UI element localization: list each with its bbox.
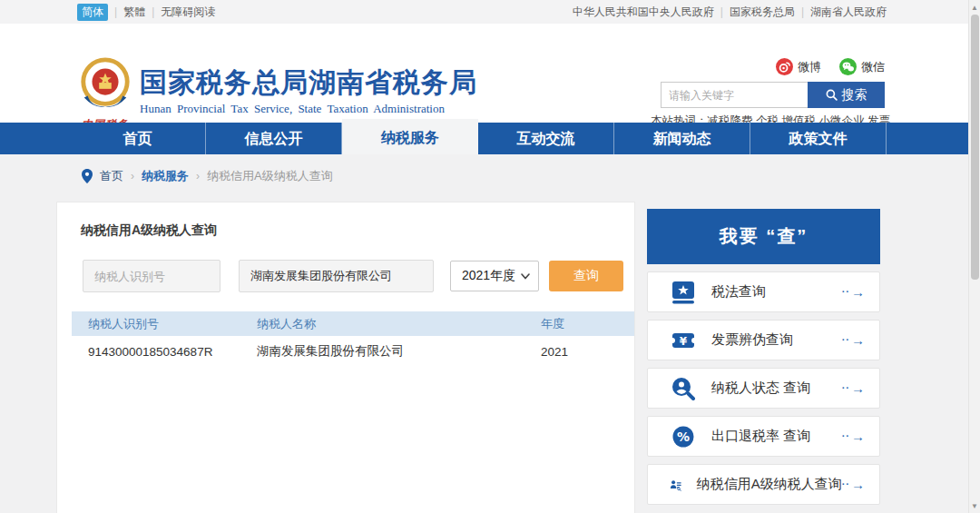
panel-title: 纳税信用A级纳税人查询 xyxy=(81,222,217,239)
scroll-down-arrow[interactable]: ▼ xyxy=(969,499,980,512)
sidebar-item-label: 税法查询 xyxy=(711,283,766,301)
sidebar-item-label: 纳税信用A级纳税人查询 xyxy=(697,476,842,493)
query-button[interactable]: 查询 xyxy=(549,261,623,291)
table-header-row: 纳税人识别号 纳税人名称 年度 xyxy=(72,311,634,336)
breadcrumb: 首页 › 纳税服务 › 纳税信用A级纳税人查询 xyxy=(82,168,333,184)
chevron-down-icon xyxy=(521,273,530,280)
divider: | xyxy=(801,5,804,18)
top-utility-bar: 简体 | 繁體 | 无障碍阅读 中华人民共和国中央人民政府 | 国家税务总局 |… xyxy=(0,0,980,24)
accessibility-link[interactable]: 无障碍阅读 xyxy=(161,5,215,20)
gov-link-hunan-government[interactable]: 湖南省人民政府 xyxy=(810,5,887,20)
main-navigation: 首页 信息公开 纳税服务 互动交流 新闻动态 政策文件 xyxy=(0,123,980,154)
sidebar-item-invoice-verify-query[interactable]: ¥ 发票辨伪查询 ··→ xyxy=(647,320,880,360)
breadcrumb-separator: › xyxy=(196,170,200,183)
credit-a-query-panel: 纳税信用A级纳税人查询 2021年度 查询 纳税人识别号 纳税人名称 年度 91… xyxy=(56,202,635,513)
export-rebate-percent-icon: % xyxy=(670,423,697,450)
gov-link-state-taxation[interactable]: 国家税务总局 xyxy=(730,5,795,20)
sidebar-item-credit-a-taxpayer-query[interactable]: 纳税信用A级纳税人查询 ··→ xyxy=(647,464,880,505)
divider: | xyxy=(152,5,154,18)
weibo-label: 微博 xyxy=(798,59,821,75)
nav-item-news[interactable]: 新闻动态 xyxy=(614,123,750,154)
header-taxpayer-id: 纳税人识别号 xyxy=(88,316,257,332)
search-icon xyxy=(826,89,838,101)
lang-traditional-button[interactable]: 繁體 xyxy=(123,5,145,20)
invoice-verify-icon: ¥ xyxy=(670,327,697,354)
site-header: 中国税务 国家税务总局湖南省税务局 Hunan Provincial Tax S… xyxy=(0,24,980,123)
site-subtitle: Hunan Provincial Tax Service, State Taxa… xyxy=(140,102,477,116)
arrow-right-icon: ··→ xyxy=(842,284,865,300)
taxpayer-name-input[interactable] xyxy=(239,260,434,292)
scroll-up-arrow[interactable]: ▲ xyxy=(969,1,980,14)
taxpayer-status-search-icon xyxy=(670,375,697,402)
nav-item-home[interactable]: 首页 xyxy=(70,123,206,154)
arrow-right-icon: ··→ xyxy=(842,477,865,492)
nav-item-information[interactable]: 信息公开 xyxy=(206,123,342,154)
year-select-value: 2021年度 xyxy=(462,268,515,284)
cell-taxpayer-name: 湖南发展集团股份有限公司 xyxy=(257,343,541,360)
sidebar-item-label: 纳税人状态 查询 xyxy=(711,380,810,397)
lang-simplified-button[interactable]: 简体 xyxy=(77,4,108,21)
site-search: 搜索 xyxy=(661,82,885,108)
breadcrumb-home[interactable]: 首页 xyxy=(100,168,123,184)
wechat-icon xyxy=(839,58,857,75)
location-pin-icon xyxy=(82,169,93,183)
search-input[interactable] xyxy=(661,82,808,108)
agency-logo: 中国税务 xyxy=(76,56,134,133)
divider: | xyxy=(720,5,723,18)
breadcrumb-tax-service[interactable]: 纳税服务 xyxy=(142,168,189,184)
tax-law-book-icon xyxy=(670,279,697,306)
divider: | xyxy=(114,5,117,18)
page-scrollbar[interactable]: ▲ ▼ xyxy=(968,0,980,513)
gov-link-central-government[interactable]: 中华人民共和国中央人民政府 xyxy=(573,5,714,20)
arrow-right-icon: ··→ xyxy=(842,429,865,444)
svg-text:¥: ¥ xyxy=(680,334,688,347)
page: 简体 | 繁體 | 无障碍阅读 中华人民共和国中央人民政府 | 国家税务总局 |… xyxy=(0,0,980,513)
header-taxpayer-name: 纳税人名称 xyxy=(257,316,541,332)
breadcrumb-current: 纳税信用A级纳税人查询 xyxy=(207,168,333,184)
i-want-to-query-sidebar: 我要 “查” 税法查询 ··→ ¥ 发票辨伪查询 ··→ xyxy=(647,209,880,505)
breadcrumb-separator: › xyxy=(131,170,134,183)
nav-item-policy[interactable]: 政策文件 xyxy=(750,123,887,154)
wechat-label: 微信 xyxy=(861,59,885,75)
sidebar-item-label: 发票辨伪查询 xyxy=(711,331,793,349)
weibo-link[interactable]: 微博 xyxy=(776,58,821,75)
search-button[interactable]: 搜索 xyxy=(808,82,885,108)
cell-taxpayer-id: 91430000185034687R xyxy=(88,345,257,359)
year-select[interactable]: 2021年度 xyxy=(450,261,539,291)
table-row: 91430000185034687R 湖南发展集团股份有限公司 2021 xyxy=(72,336,634,367)
header-year: 年度 xyxy=(541,316,634,332)
weibo-icon xyxy=(776,58,793,75)
sidebar-item-taxpayer-status-query[interactable]: 纳税人状态 查询 ··→ xyxy=(647,368,880,409)
nav-item-interaction[interactable]: 互动交流 xyxy=(478,123,614,154)
arrow-right-icon: ··→ xyxy=(842,332,865,348)
cell-year: 2021 xyxy=(541,345,634,359)
credit-a-taxpayer-icon xyxy=(670,471,682,498)
tax-emblem-icon xyxy=(77,56,133,113)
sidebar-item-tax-law-query[interactable]: 税法查询 ··→ xyxy=(647,271,880,312)
site-title: 国家税务总局湖南省税务局 xyxy=(140,69,477,96)
nav-item-tax-service[interactable]: 纳税服务 xyxy=(342,119,478,154)
svg-text:%: % xyxy=(677,429,690,444)
search-button-label: 搜索 xyxy=(842,87,867,104)
wechat-link[interactable]: 微信 xyxy=(839,58,885,75)
scrollbar-thumb[interactable] xyxy=(971,15,979,280)
sidebar-item-export-rebate-query[interactable]: % 出口退税率 查询 ··→ xyxy=(647,416,880,457)
taxpayer-id-input[interactable] xyxy=(83,260,220,292)
content-area: 首页 › 纳税服务 › 纳税信用A级纳税人查询 纳税信用A级纳税人查询 2021… xyxy=(0,154,980,513)
arrow-right-icon: ··→ xyxy=(842,380,865,396)
sidebar-title: 我要 “查” xyxy=(647,209,880,264)
results-table: 纳税人识别号 纳税人名称 年度 91430000185034687R 湖南发展集… xyxy=(72,311,634,367)
sidebar-item-label: 出口退税率 查询 xyxy=(711,428,810,445)
